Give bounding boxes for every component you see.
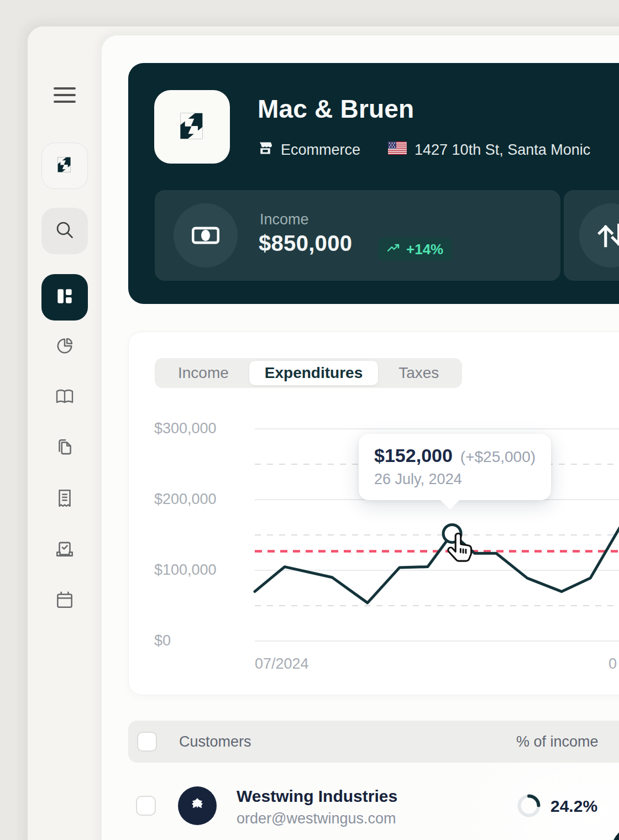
company-address: 1427 10th St, Santa Monic [415,141,590,159]
income-change-value: +14% [406,241,443,258]
customer-name: Westwing Industries [237,787,397,806]
company-category: Ecommerce [281,141,360,159]
next-stat-card [564,190,619,281]
select-all-checkbox[interactable] [137,732,157,752]
calendar-icon [55,590,75,613]
app-logo-icon [52,152,77,180]
income-value: $850,000 [259,231,352,256]
chart-gridlines [255,429,619,641]
row-checkbox[interactable] [136,796,156,816]
sidebar-item-calendar[interactable] [41,589,88,613]
inbox-check-icon [54,539,75,561]
sidebar-item-analytics[interactable] [41,335,88,359]
customer-percent: 24.2% [550,797,597,816]
chart-line-series [255,528,619,603]
pie-chart-icon [55,336,75,358]
income-label: Income [260,211,309,228]
sidebar-item-logo[interactable] [41,143,88,189]
highlighted-data-point[interactable] [443,524,461,542]
customer-email: order@westwingus.com [237,810,396,827]
sidebar-item-dashboard[interactable] [41,274,88,321]
search-icon [54,219,75,243]
company-name: Mac & Bruen [258,94,414,124]
chart-card: Income Expenditures Taxes $152,000 (+$25… [128,332,619,695]
us-flag-icon [388,141,407,159]
bat-logo-icon [186,794,208,818]
expenditures-line-chart [129,332,619,696]
sidebar-item-approvals[interactable] [41,538,88,563]
customer-avatar [178,786,217,825]
book-icon [54,387,75,408]
customers-table-header: Customers % of income [128,721,619,763]
company-logo [154,90,230,164]
trending-up-icon [387,241,401,258]
menu-icon[interactable] [41,83,88,107]
income-change-badge: +14% [378,238,452,261]
sidebar-item-receipts[interactable] [41,487,88,512]
percent-donut [517,794,541,817]
banknote-icon [174,203,238,267]
sidebar-item-search[interactable] [41,208,88,254]
sidebar [28,27,102,840]
dashboard-grid-icon [54,286,75,309]
company-logo-icon [170,104,214,150]
income-stat-card: Income $850,000 +14% [155,190,560,281]
receipt-icon [55,488,74,511]
documents-icon [55,438,75,460]
storefront-icon [258,140,273,160]
customers-header-title: Customers [179,733,251,750]
sidebar-item-ledger[interactable] [41,386,88,410]
company-meta: Ecommerce 1427 10th St, Santa Monic [258,140,590,160]
transfer-arrows-icon [579,203,619,267]
company-header-card: Mac & Bruen Ecommerce 1427 10th St, Sant… [128,63,619,304]
percent-of-income-column-header: % of income [516,733,599,750]
sidebar-item-documents[interactable] [41,437,88,461]
customer-row[interactable]: Westwing Industries order@westwingus.com… [128,771,619,840]
